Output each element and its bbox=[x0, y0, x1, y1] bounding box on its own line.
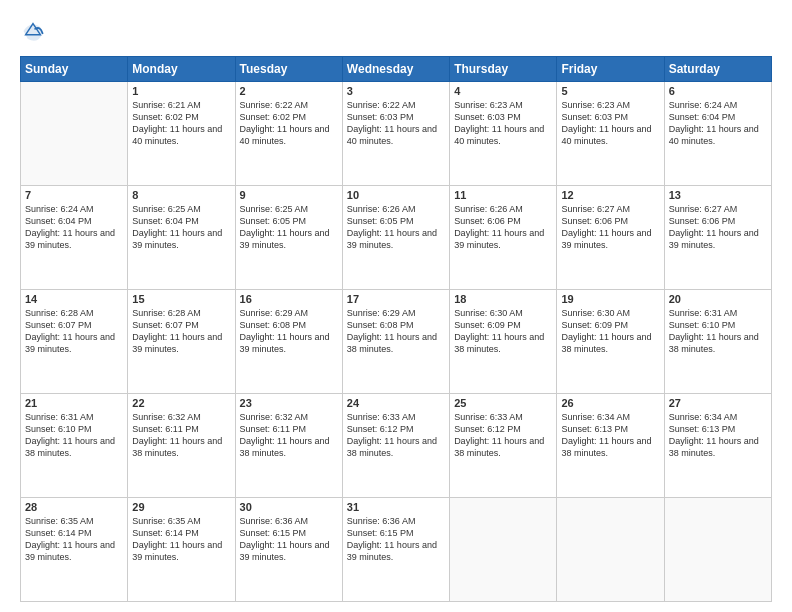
day-number: 12 bbox=[561, 189, 659, 201]
calendar-cell bbox=[450, 498, 557, 602]
day-number: 7 bbox=[25, 189, 123, 201]
calendar-cell: 28Sunrise: 6:35 AMSunset: 6:14 PMDayligh… bbox=[21, 498, 128, 602]
day-number: 21 bbox=[25, 397, 123, 409]
calendar-cell: 4Sunrise: 6:23 AMSunset: 6:03 PMDaylight… bbox=[450, 82, 557, 186]
cell-info: Sunrise: 6:25 AMSunset: 6:04 PMDaylight:… bbox=[132, 203, 230, 252]
header bbox=[20, 20, 772, 46]
cell-info: Sunrise: 6:34 AMSunset: 6:13 PMDaylight:… bbox=[669, 411, 767, 460]
cell-info: Sunrise: 6:22 AMSunset: 6:03 PMDaylight:… bbox=[347, 99, 445, 148]
day-of-week-header: Wednesday bbox=[342, 57, 449, 82]
cell-info: Sunrise: 6:30 AMSunset: 6:09 PMDaylight:… bbox=[454, 307, 552, 356]
cell-info: Sunrise: 6:28 AMSunset: 6:07 PMDaylight:… bbox=[132, 307, 230, 356]
calendar-cell bbox=[664, 498, 771, 602]
calendar-cell: 3Sunrise: 6:22 AMSunset: 6:03 PMDaylight… bbox=[342, 82, 449, 186]
cell-info: Sunrise: 6:32 AMSunset: 6:11 PMDaylight:… bbox=[132, 411, 230, 460]
calendar-cell: 7Sunrise: 6:24 AMSunset: 6:04 PMDaylight… bbox=[21, 186, 128, 290]
day-number: 14 bbox=[25, 293, 123, 305]
calendar-cell: 24Sunrise: 6:33 AMSunset: 6:12 PMDayligh… bbox=[342, 394, 449, 498]
cell-info: Sunrise: 6:27 AMSunset: 6:06 PMDaylight:… bbox=[561, 203, 659, 252]
day-number: 11 bbox=[454, 189, 552, 201]
calendar-cell: 22Sunrise: 6:32 AMSunset: 6:11 PMDayligh… bbox=[128, 394, 235, 498]
logo-icon bbox=[22, 20, 44, 42]
day-number: 26 bbox=[561, 397, 659, 409]
cell-info: Sunrise: 6:33 AMSunset: 6:12 PMDaylight:… bbox=[454, 411, 552, 460]
cell-info: Sunrise: 6:26 AMSunset: 6:05 PMDaylight:… bbox=[347, 203, 445, 252]
day-number: 31 bbox=[347, 501, 445, 513]
cell-info: Sunrise: 6:26 AMSunset: 6:06 PMDaylight:… bbox=[454, 203, 552, 252]
calendar-cell: 27Sunrise: 6:34 AMSunset: 6:13 PMDayligh… bbox=[664, 394, 771, 498]
calendar-table: SundayMondayTuesdayWednesdayThursdayFrid… bbox=[20, 56, 772, 602]
day-number: 20 bbox=[669, 293, 767, 305]
day-number: 8 bbox=[132, 189, 230, 201]
cell-info: Sunrise: 6:28 AMSunset: 6:07 PMDaylight:… bbox=[25, 307, 123, 356]
day-of-week-header: Tuesday bbox=[235, 57, 342, 82]
day-number: 25 bbox=[454, 397, 552, 409]
day-number: 2 bbox=[240, 85, 338, 97]
cell-info: Sunrise: 6:35 AMSunset: 6:14 PMDaylight:… bbox=[132, 515, 230, 564]
cell-info: Sunrise: 6:25 AMSunset: 6:05 PMDaylight:… bbox=[240, 203, 338, 252]
day-number: 16 bbox=[240, 293, 338, 305]
day-of-week-header: Sunday bbox=[21, 57, 128, 82]
day-number: 15 bbox=[132, 293, 230, 305]
page: SundayMondayTuesdayWednesdayThursdayFrid… bbox=[0, 0, 792, 612]
cell-info: Sunrise: 6:29 AMSunset: 6:08 PMDaylight:… bbox=[240, 307, 338, 356]
cell-info: Sunrise: 6:31 AMSunset: 6:10 PMDaylight:… bbox=[25, 411, 123, 460]
day-of-week-header: Friday bbox=[557, 57, 664, 82]
calendar-week-row: 7Sunrise: 6:24 AMSunset: 6:04 PMDaylight… bbox=[21, 186, 772, 290]
day-number: 19 bbox=[561, 293, 659, 305]
calendar-cell: 16Sunrise: 6:29 AMSunset: 6:08 PMDayligh… bbox=[235, 290, 342, 394]
day-number: 5 bbox=[561, 85, 659, 97]
day-of-week-header: Monday bbox=[128, 57, 235, 82]
day-number: 29 bbox=[132, 501, 230, 513]
cell-info: Sunrise: 6:36 AMSunset: 6:15 PMDaylight:… bbox=[347, 515, 445, 564]
calendar-cell: 5Sunrise: 6:23 AMSunset: 6:03 PMDaylight… bbox=[557, 82, 664, 186]
day-number: 22 bbox=[132, 397, 230, 409]
day-number: 13 bbox=[669, 189, 767, 201]
day-number: 27 bbox=[669, 397, 767, 409]
calendar-cell: 30Sunrise: 6:36 AMSunset: 6:15 PMDayligh… bbox=[235, 498, 342, 602]
day-number: 6 bbox=[669, 85, 767, 97]
day-number: 3 bbox=[347, 85, 445, 97]
calendar-cell: 20Sunrise: 6:31 AMSunset: 6:10 PMDayligh… bbox=[664, 290, 771, 394]
calendar-cell: 9Sunrise: 6:25 AMSunset: 6:05 PMDaylight… bbox=[235, 186, 342, 290]
calendar-cell: 6Sunrise: 6:24 AMSunset: 6:04 PMDaylight… bbox=[664, 82, 771, 186]
calendar-cell: 26Sunrise: 6:34 AMSunset: 6:13 PMDayligh… bbox=[557, 394, 664, 498]
cell-info: Sunrise: 6:21 AMSunset: 6:02 PMDaylight:… bbox=[132, 99, 230, 148]
calendar-cell bbox=[21, 82, 128, 186]
calendar-cell: 25Sunrise: 6:33 AMSunset: 6:12 PMDayligh… bbox=[450, 394, 557, 498]
day-number: 30 bbox=[240, 501, 338, 513]
day-number: 10 bbox=[347, 189, 445, 201]
day-number: 4 bbox=[454, 85, 552, 97]
day-number: 17 bbox=[347, 293, 445, 305]
calendar-cell: 8Sunrise: 6:25 AMSunset: 6:04 PMDaylight… bbox=[128, 186, 235, 290]
calendar-cell: 12Sunrise: 6:27 AMSunset: 6:06 PMDayligh… bbox=[557, 186, 664, 290]
cell-info: Sunrise: 6:23 AMSunset: 6:03 PMDaylight:… bbox=[454, 99, 552, 148]
cell-info: Sunrise: 6:22 AMSunset: 6:02 PMDaylight:… bbox=[240, 99, 338, 148]
cell-info: Sunrise: 6:34 AMSunset: 6:13 PMDaylight:… bbox=[561, 411, 659, 460]
calendar-cell: 17Sunrise: 6:29 AMSunset: 6:08 PMDayligh… bbox=[342, 290, 449, 394]
cell-info: Sunrise: 6:24 AMSunset: 6:04 PMDaylight:… bbox=[669, 99, 767, 148]
calendar-cell: 14Sunrise: 6:28 AMSunset: 6:07 PMDayligh… bbox=[21, 290, 128, 394]
calendar-cell: 1Sunrise: 6:21 AMSunset: 6:02 PMDaylight… bbox=[128, 82, 235, 186]
cell-info: Sunrise: 6:33 AMSunset: 6:12 PMDaylight:… bbox=[347, 411, 445, 460]
calendar-week-row: 28Sunrise: 6:35 AMSunset: 6:14 PMDayligh… bbox=[21, 498, 772, 602]
calendar-cell: 29Sunrise: 6:35 AMSunset: 6:14 PMDayligh… bbox=[128, 498, 235, 602]
cell-info: Sunrise: 6:23 AMSunset: 6:03 PMDaylight:… bbox=[561, 99, 659, 148]
cell-info: Sunrise: 6:31 AMSunset: 6:10 PMDaylight:… bbox=[669, 307, 767, 356]
day-number: 9 bbox=[240, 189, 338, 201]
calendar-cell bbox=[557, 498, 664, 602]
calendar-week-row: 1Sunrise: 6:21 AMSunset: 6:02 PMDaylight… bbox=[21, 82, 772, 186]
calendar-cell: 18Sunrise: 6:30 AMSunset: 6:09 PMDayligh… bbox=[450, 290, 557, 394]
calendar-cell: 2Sunrise: 6:22 AMSunset: 6:02 PMDaylight… bbox=[235, 82, 342, 186]
day-of-week-header: Thursday bbox=[450, 57, 557, 82]
day-number: 23 bbox=[240, 397, 338, 409]
cell-info: Sunrise: 6:30 AMSunset: 6:09 PMDaylight:… bbox=[561, 307, 659, 356]
day-number: 28 bbox=[25, 501, 123, 513]
day-of-week-header: Saturday bbox=[664, 57, 771, 82]
cell-info: Sunrise: 6:24 AMSunset: 6:04 PMDaylight:… bbox=[25, 203, 123, 252]
calendar-cell: 21Sunrise: 6:31 AMSunset: 6:10 PMDayligh… bbox=[21, 394, 128, 498]
cell-info: Sunrise: 6:36 AMSunset: 6:15 PMDaylight:… bbox=[240, 515, 338, 564]
calendar-cell: 23Sunrise: 6:32 AMSunset: 6:11 PMDayligh… bbox=[235, 394, 342, 498]
day-number: 24 bbox=[347, 397, 445, 409]
calendar-cell: 19Sunrise: 6:30 AMSunset: 6:09 PMDayligh… bbox=[557, 290, 664, 394]
